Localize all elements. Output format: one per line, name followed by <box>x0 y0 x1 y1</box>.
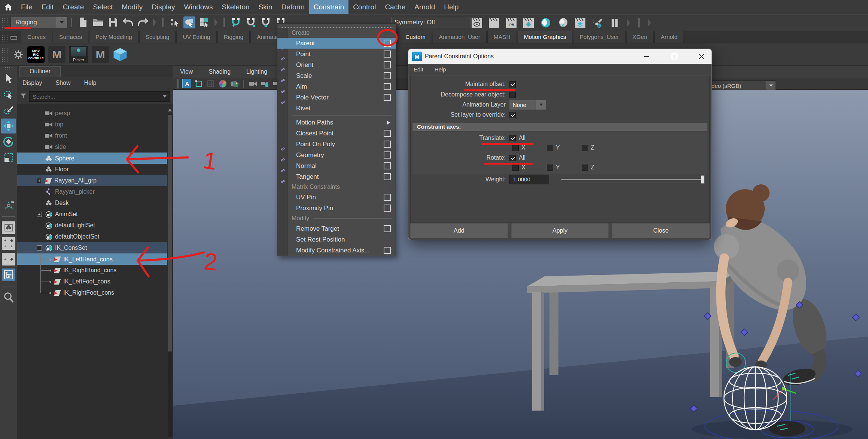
picker-button[interactable]: Picker <box>69 46 88 63</box>
geometry-option-box[interactable] <box>384 151 391 159</box>
closest-point-option-box[interactable] <box>384 130 391 137</box>
shelf-tab-animation-user[interactable]: Animation_User <box>433 31 487 43</box>
render-view-icon[interactable] <box>471 17 483 29</box>
menu-item-point-on-poly[interactable]: Point On Poly <box>277 139 396 150</box>
select-tool-icon[interactable] <box>1 71 16 86</box>
list-item-desk[interactable]: Desk <box>17 197 167 209</box>
menu-modify[interactable]: Modify <box>117 0 147 14</box>
menu-skeleton[interactable]: Skeleton <box>217 0 254 14</box>
toolbar-section-handle[interactable] <box>71 18 72 27</box>
list-item-sphere[interactable]: Sphere <box>17 153 167 164</box>
textured-display-icon[interactable] <box>230 79 239 88</box>
select-by-name-icon[interactable]: A <box>182 79 191 88</box>
animation-layer-arrow[interactable] <box>536 100 546 110</box>
menu-item-geometry[interactable]: Geometry <box>277 150 396 160</box>
select-object-icon[interactable] <box>183 16 195 28</box>
open-scene-icon[interactable] <box>92 16 104 28</box>
menu-item-scale[interactable]: Scale <box>277 70 396 81</box>
uv-pin-option-box[interactable] <box>384 194 391 201</box>
zoom-tool-icon[interactable] <box>1 290 16 305</box>
translate-x-checkbox[interactable] <box>512 145 519 151</box>
list-item-front[interactable]: front <box>17 130 167 141</box>
menu-select[interactable]: Select <box>88 0 117 14</box>
mox-rig-controller-button[interactable]: MOX RIG CONTRLLR <box>27 46 45 63</box>
list-item-floor[interactable]: Floor <box>17 164 167 175</box>
menu-arnold[interactable]: Arnold <box>410 0 439 14</box>
render-current-frame-icon[interactable] <box>488 17 500 29</box>
proximity-pin-option-box[interactable] <box>384 205 391 212</box>
shelf-tab-surfaces[interactable]: Surfaces <box>53 31 88 43</box>
list-item-side[interactable]: side <box>17 141 167 153</box>
shelf-tab-arnold[interactable]: Arnold <box>654 31 684 43</box>
menu-item-proximity-pin[interactable]: Proximity Pin <box>277 203 396 214</box>
menu-edit[interactable]: Edit <box>37 0 58 14</box>
menu-item-pole-vector[interactable]: Pole Vector <box>277 92 396 103</box>
toolbar-group-chevron[interactable] <box>627 19 630 27</box>
list-item-persp[interactable]: persp <box>17 108 167 119</box>
minimize-button[interactable] <box>637 49 655 64</box>
redo-icon[interactable] <box>137 16 149 28</box>
shelf-items-grip[interactable] <box>1 46 9 63</box>
list-item-defaultobjectset[interactable]: defaultObjectSet <box>17 231 167 242</box>
select-hierarchy-icon[interactable] <box>168 16 180 28</box>
color-space-dropdown-arrow[interactable] <box>766 81 776 90</box>
four-pane-layout-button[interactable]: +++ <box>2 237 15 250</box>
list-item-top[interactable]: top <box>17 119 167 130</box>
modify-constrained-axis-option-box[interactable] <box>384 247 391 254</box>
menu-skin[interactable]: Skin <box>254 0 277 14</box>
camera-lock-icon[interactable] <box>260 79 269 88</box>
list-item-ik-leftfoot-cons[interactable]: IK_LeftFoot_cons <box>17 276 167 287</box>
outliner-pane-layout-button[interactable] <box>2 268 15 281</box>
toolbar-group-chevron[interactable] <box>153 18 156 27</box>
list-item-ik-rightfoot-cons[interactable]: IK_RightFoot_cons <box>17 287 167 298</box>
shelf-tab-custom[interactable]: Custom <box>399 31 432 43</box>
shelf-tab-mash[interactable]: MASH <box>487 31 517 43</box>
rotate-y-checkbox[interactable] <box>547 165 553 171</box>
paint-select-tool-icon[interactable] <box>1 103 16 118</box>
new-scene-icon[interactable] <box>77 16 89 28</box>
hypershade-icon[interactable] <box>540 17 552 29</box>
rotate-all-checkbox[interactable] <box>509 155 516 161</box>
menu-create[interactable]: Create <box>58 0 88 14</box>
shelf-tab-sculpting[interactable]: Sculpting <box>139 31 176 43</box>
dialog-menu-edit[interactable]: Edit <box>414 66 423 73</box>
translate-y-checkbox[interactable] <box>547 145 553 151</box>
custom-manipulator-tool-icon[interactable] <box>1 198 16 213</box>
menu-item-closest-point[interactable]: Closest Point <box>277 128 396 139</box>
menu-help[interactable]: Help <box>439 0 463 14</box>
translate-z-checkbox[interactable] <box>582 145 588 151</box>
shelf-grip-handle[interactable] <box>1 33 9 43</box>
toolbar-section-handle[interactable] <box>223 18 225 27</box>
menu-constrain[interactable]: Constrain <box>309 0 348 14</box>
point-on-poly-option-box[interactable] <box>384 141 391 148</box>
translate-all-checkbox[interactable] <box>509 135 516 141</box>
viewport-menu-lighting[interactable]: Lighting <box>246 68 267 75</box>
menu-item-set-rest-position[interactable]: Set Rest Position <box>277 234 396 245</box>
pole-vector-option-box[interactable] <box>384 94 391 101</box>
grid-toggle-icon[interactable] <box>206 79 215 88</box>
undo-icon[interactable] <box>122 16 134 28</box>
snap-to-grid-icon[interactable] <box>230 16 242 28</box>
menu-item-parent[interactable]: Parent <box>277 38 396 49</box>
list-item-rayyan-picker[interactable]: Rayyan_picker <box>17 186 167 197</box>
menu-item-point[interactable]: Point <box>277 49 396 59</box>
list-item-rayyan-all-grp[interactable]: + Rayyan_All_grp <box>17 175 167 186</box>
dialog-menu-help[interactable]: Help <box>435 66 446 73</box>
shelf-tab-rigging[interactable]: Rigging <box>217 31 250 43</box>
snap-to-point-icon[interactable] <box>260 16 272 28</box>
menu-display[interactable]: Display <box>147 0 179 14</box>
animation-layer-dropdown[interactable]: None <box>509 100 546 110</box>
menu-item-rivet[interactable]: Rivet <box>277 103 396 114</box>
camera-icon[interactable] <box>248 79 258 88</box>
two-pane-layout-button[interactable]: + <box>2 253 15 265</box>
shelf-tab-poly-modeling[interactable]: Poly Modeling <box>89 31 138 43</box>
viewport-menu-shading[interactable]: Shading <box>208 68 231 75</box>
scrollbar-up-arrow[interactable] <box>168 108 172 111</box>
render-settings-icon[interactable] <box>523 17 534 29</box>
menu-item-motion-paths[interactable]: Motion Paths <box>277 117 396 128</box>
add-button[interactable]: Add <box>410 223 508 238</box>
scale-option-box[interactable] <box>384 72 391 79</box>
point-option-box[interactable] <box>384 50 391 58</box>
weight-slider[interactable] <box>561 175 704 184</box>
shelf-tab-uv-editing[interactable]: UV Editing <box>176 31 216 43</box>
